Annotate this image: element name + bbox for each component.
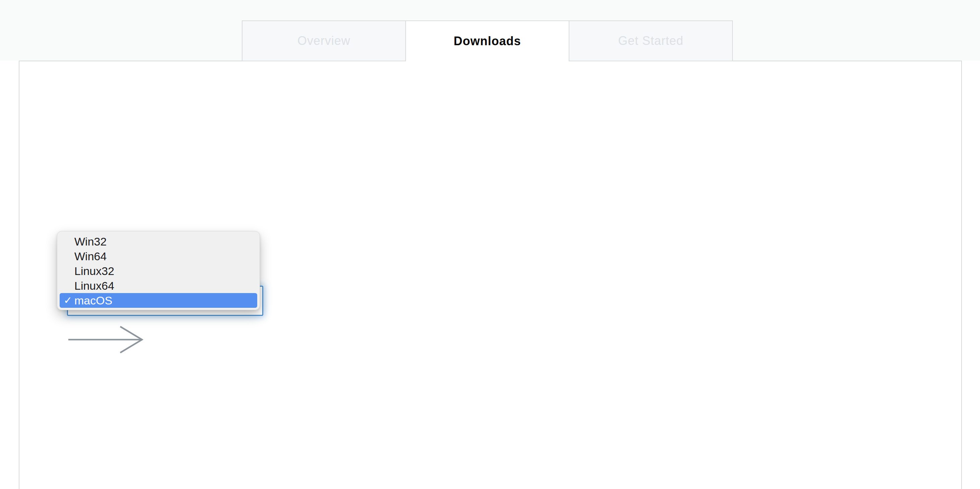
tab-bar: Overview Downloads Get Started (242, 21, 733, 61)
tab-label: Downloads (453, 34, 521, 48)
tab[interactable]: Downloads (405, 21, 570, 61)
dropdown-option[interactable]: ✓ macOS (60, 293, 257, 308)
dropdown-option[interactable]: ✓ Win32 (60, 234, 257, 249)
tab[interactable]: Overview (242, 21, 406, 61)
tab-label: Overview (298, 34, 350, 48)
dropdown-option-label: Win64 (74, 250, 107, 263)
tab-label: Get Started (618, 34, 683, 48)
platform-dropdown-menu: ✓ Win32 ✓ Win64 ✓ Linux32 ✓ Linux64 ✓ ma… (57, 231, 260, 310)
dropdown-option[interactable]: ✓ Win64 (60, 249, 257, 264)
dropdown-option-label: Linux64 (74, 279, 114, 292)
dropdown-option[interactable]: ✓ Linux32 (60, 264, 257, 278)
dropdown-option-label: Linux32 (74, 264, 114, 277)
dropdown-option-label: Win32 (74, 235, 107, 248)
arrow-right-icon (66, 324, 146, 356)
dropdown-option-label: macOS (74, 294, 112, 307)
check-icon: ✓ (64, 293, 72, 308)
tab[interactable]: Get Started (569, 21, 733, 61)
dropdown-option[interactable]: ✓ Linux64 (60, 278, 257, 293)
